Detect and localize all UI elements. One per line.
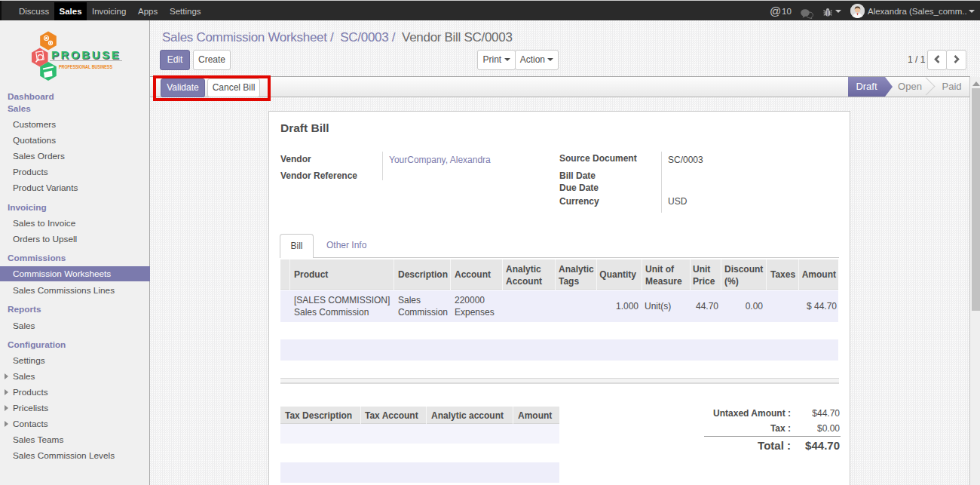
svg-text:PROBUSE: PROBUSE [51,48,121,61]
svg-text:PROFESSIONAL BUSINESS: PROFESSIONAL BUSINESS [59,63,112,70]
